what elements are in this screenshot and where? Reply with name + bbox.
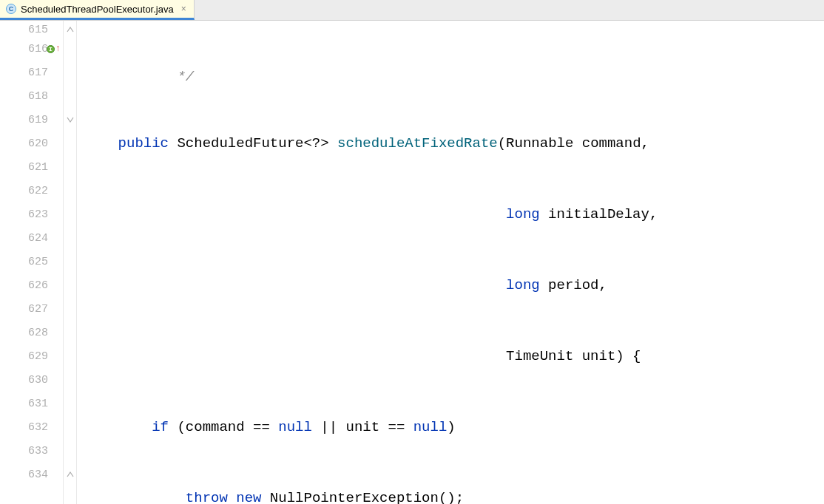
line-number: 631 bbox=[0, 392, 63, 415]
line-number: 629 bbox=[0, 344, 63, 368]
code-text: */ bbox=[84, 65, 194, 89]
tab-bar: C ScheduledThreadPoolExecutor.java × bbox=[0, 0, 824, 21]
line-number: 627 bbox=[0, 297, 63, 321]
line-number: 620 bbox=[0, 132, 63, 155]
line-number: 630 bbox=[0, 368, 63, 392]
tab-filename: ScheduledThreadPoolExecutor.java bbox=[21, 4, 174, 15]
implements-marker-icon[interactable]: I ↑ bbox=[47, 44, 61, 53]
line-number: 618 bbox=[0, 84, 63, 108]
line-number: 634 bbox=[0, 463, 63, 486]
line-gutter: 615 616 I ↑ 617 618 619 620 621 622 623 … bbox=[0, 21, 64, 504]
line-number: 628 bbox=[0, 321, 63, 344]
fold-start-icon[interactable] bbox=[67, 116, 74, 123]
line-number: 632 bbox=[0, 415, 63, 439]
line-number: 626 bbox=[0, 273, 63, 297]
code-editor[interactable]: */ public ScheduledFuture<?> scheduleAtF… bbox=[77, 21, 824, 504]
close-icon[interactable]: × bbox=[181, 4, 186, 14]
fold-end-icon[interactable] bbox=[67, 26, 74, 33]
editor-tab[interactable]: C ScheduledThreadPoolExecutor.java × bbox=[0, 0, 195, 20]
line-number: 621 bbox=[0, 155, 63, 179]
line-number: 619 bbox=[0, 108, 63, 132]
line-number: 623 bbox=[0, 202, 63, 226]
line-number: 625 bbox=[0, 250, 63, 273]
editor-pane: 615 616 I ↑ 617 618 619 620 621 622 623 … bbox=[0, 21, 824, 504]
line-number: 624 bbox=[0, 226, 63, 250]
fold-gutter bbox=[64, 21, 77, 504]
line-number: 633 bbox=[0, 439, 63, 463]
class-icon: C bbox=[6, 4, 16, 14]
line-number: 616 I ↑ bbox=[0, 37, 63, 61]
line-number: 617 bbox=[0, 61, 63, 84]
line-number: 615 bbox=[0, 22, 63, 37]
line-number: 622 bbox=[0, 179, 63, 202]
fold-end-icon[interactable] bbox=[67, 471, 74, 478]
